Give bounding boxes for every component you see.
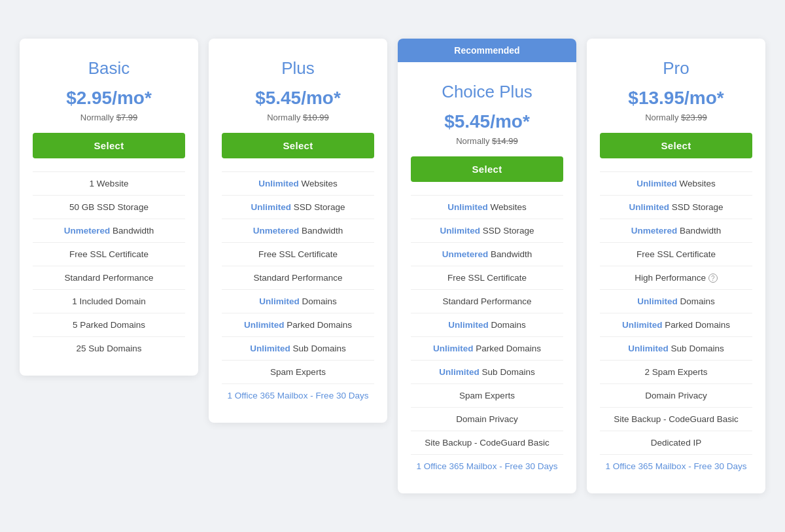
feature-item: Unlimited Domains — [600, 289, 752, 313]
feature-item: Unlimited Sub Domains — [222, 336, 374, 360]
select-button-choice-plus[interactable]: Select — [411, 156, 563, 182]
feature-item: Unmetered Bandwidth — [600, 219, 752, 242]
plan-price-plus: $5.45/mo* — [222, 88, 374, 109]
recommended-badge: Recommended — [398, 39, 576, 62]
feature-item: Domain Privacy — [411, 407, 563, 431]
feature-item: Dedicated IP — [600, 431, 752, 454]
feature-item: Standard Performance — [33, 266, 185, 289]
feature-item: Unlimited Websites — [411, 195, 563, 219]
feature-item: Free SSL Certificate — [222, 242, 374, 266]
feature-item: Unlimited Websites — [222, 171, 374, 195]
select-button-basic[interactable]: Select — [33, 133, 185, 158]
feature-item: Unlimited SSD Storage — [222, 195, 374, 219]
plan-normal-plus: Normally $10.99 — [222, 113, 374, 122]
feature-item: 25 Sub Domains — [33, 336, 185, 360]
feature-item: Free SSL Certificate — [600, 242, 752, 266]
plan-price-choice-plus: $5.45/mo* — [411, 111, 563, 132]
feature-item: 1 Office 365 Mailbox - Free 30 Days — [600, 454, 752, 478]
feature-item: Unlimited SSD Storage — [600, 195, 752, 219]
feature-list-pro: Unlimited WebsitesUnlimited SSD StorageU… — [600, 171, 752, 478]
feature-item: Standard Performance — [411, 289, 563, 313]
feature-list-choice-plus: Unlimited WebsitesUnlimited SSD StorageU… — [411, 195, 563, 478]
feature-item: 1 Included Domain — [33, 289, 185, 313]
feature-item: 1 Office 365 Mailbox - Free 30 Days — [222, 383, 374, 407]
feature-item: Free SSL Certificate — [411, 266, 563, 289]
plan-name-basic: Basic — [33, 58, 185, 79]
feature-item: Unlimited Parked Domains — [600, 313, 752, 336]
select-button-plus[interactable]: Select — [222, 133, 374, 158]
plan-normal-basic: Normally $7.99 — [33, 113, 185, 122]
plan-price-basic: $2.95/mo* — [33, 88, 185, 109]
feature-item: 1 Office 365 Mailbox - Free 30 Days — [411, 454, 563, 478]
plan-name-plus: Plus — [222, 58, 374, 79]
select-button-pro[interactable]: Select — [600, 133, 752, 158]
plan-card-pro: Pro$13.95/mo*Normally $23.99SelectUnlimi… — [587, 39, 765, 493]
feature-item: Spam Experts — [411, 383, 563, 407]
pricing-wrapper: Basic$2.95/mo*Normally $7.99Select1 Webs… — [20, 39, 765, 493]
feature-item: 1 Website — [33, 171, 185, 195]
feature-item: Unlimited SSD Storage — [411, 219, 563, 242]
help-icon[interactable]: ? — [708, 274, 718, 283]
plan-name-choice-plus: Choice Plus — [411, 82, 563, 102]
feature-item: Unlimited Parked Domains — [222, 313, 374, 336]
feature-item: 5 Parked Domains — [33, 313, 185, 336]
plan-card-plus: Plus$5.45/mo*Normally $10.99SelectUnlimi… — [209, 39, 387, 423]
plan-card-choice-plus: RecommendedChoice Plus$5.45/mo*Normally … — [398, 39, 576, 493]
feature-item: 2 Spam Experts — [600, 360, 752, 383]
feature-item: Unlimited Domains — [222, 289, 374, 313]
feature-item: Unlimited Parked Domains — [411, 336, 563, 360]
feature-item: Unlimited Domains — [411, 313, 563, 336]
feature-item: Free SSL Certificate — [33, 242, 185, 266]
feature-item: Unlimited Sub Domains — [600, 336, 752, 360]
feature-item: Spam Experts — [222, 360, 374, 383]
feature-item: Site Backup - CodeGuard Basic — [411, 431, 563, 454]
feature-item: 50 GB SSD Storage — [33, 195, 185, 219]
plan-price-pro: $13.95/mo* — [600, 88, 752, 109]
plan-card-basic: Basic$2.95/mo*Normally $7.99Select1 Webs… — [20, 39, 198, 376]
feature-list-plus: Unlimited WebsitesUnlimited SSD StorageU… — [222, 171, 374, 407]
feature-item: Site Backup - CodeGuard Basic — [600, 407, 752, 431]
feature-item: Unmetered Bandwidth — [222, 219, 374, 242]
feature-item: High Performance ? — [600, 266, 752, 289]
feature-item: Domain Privacy — [600, 383, 752, 407]
feature-item: Unlimited Websites — [600, 171, 752, 195]
feature-item: Standard Performance — [222, 266, 374, 289]
plan-normal-choice-plus: Normally $14.99 — [411, 136, 563, 146]
plan-name-pro: Pro — [600, 58, 752, 79]
feature-item: Unmetered Bandwidth — [411, 242, 563, 266]
feature-item: Unlimited Sub Domains — [411, 360, 563, 383]
plan-normal-pro: Normally $23.99 — [600, 113, 752, 122]
feature-list-basic: 1 Website50 GB SSD StorageUnmetered Band… — [33, 171, 185, 360]
feature-item: Unmetered Bandwidth — [33, 219, 185, 242]
